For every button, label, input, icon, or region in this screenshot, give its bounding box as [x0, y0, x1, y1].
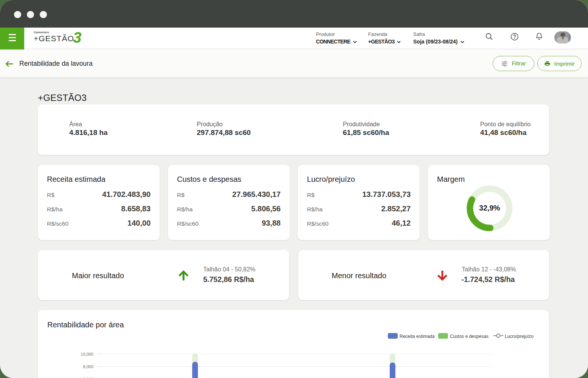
svg-text:32,9%: 32,9% — [479, 204, 500, 212]
